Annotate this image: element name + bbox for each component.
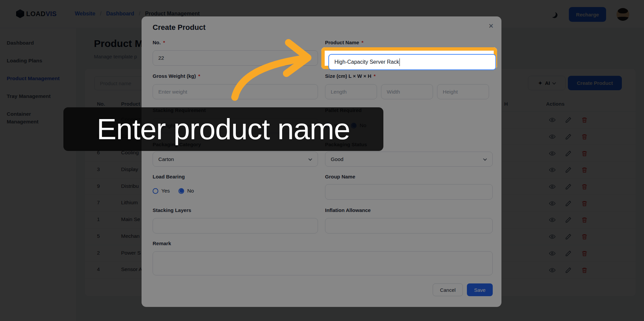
- group-name-label: Group Name: [325, 174, 355, 179]
- close-icon[interactable]: ✕: [486, 21, 496, 31]
- load-bearing-label: Load Bearing: [153, 174, 185, 179]
- chevron-down-icon: [483, 157, 487, 160]
- packaging-status-select[interactable]: Good: [325, 152, 493, 167]
- size-label: Size (cm) L × W × H*: [325, 73, 376, 79]
- load-bearing-no-radio[interactable]: No: [178, 188, 194, 194]
- required-asterisk: *: [163, 40, 165, 45]
- required-asterisk: *: [374, 73, 376, 79]
- remark-textarea[interactable]: [153, 251, 493, 275]
- gross-weight-label: Gross Weight (kg)*: [153, 73, 200, 79]
- chevron-down-icon: [308, 157, 312, 160]
- cancel-button[interactable]: Cancel: [433, 283, 463, 296]
- annotation-banner: Enter product name: [63, 107, 383, 151]
- inflation-allowance-field[interactable]: [325, 218, 493, 233]
- save-button[interactable]: Save: [467, 283, 493, 296]
- remark-label: Remark: [153, 240, 171, 246]
- height-field[interactable]: Height: [437, 84, 489, 99]
- annotation-text: Enter product name: [97, 112, 350, 146]
- group-name-field[interactable]: [325, 184, 493, 200]
- no-label: No.*: [153, 40, 165, 45]
- radio-icon: [178, 188, 184, 194]
- stacking-layers-field[interactable]: [153, 218, 318, 233]
- required-asterisk: *: [362, 40, 364, 45]
- length-field[interactable]: Length: [325, 84, 377, 99]
- radio-icon: [153, 188, 158, 194]
- highlight-box: High-Capacity Server Rack: [321, 47, 497, 69]
- packaging-category-select[interactable]: Carton: [153, 152, 318, 167]
- inflation-allowance-label: Inflation Allowance: [325, 207, 371, 213]
- text-cursor: [399, 58, 400, 66]
- gross-weight-field[interactable]: Enter weight: [153, 84, 318, 99]
- width-field[interactable]: Width: [381, 84, 433, 99]
- load-bearing-yes-radio[interactable]: Yes: [153, 188, 170, 194]
- product-name-label: Product Name*: [325, 40, 364, 45]
- no-field[interactable]: 22: [153, 50, 318, 66]
- stacking-layers-label: Stacking Layers: [153, 207, 191, 213]
- product-name-value: High-Capacity Server Rack: [334, 59, 399, 65]
- product-name-field[interactable]: High-Capacity Server Rack: [328, 54, 496, 70]
- app-root: LOADVIS Website/Dashboard/Product Manage…: [0, 0, 644, 321]
- required-asterisk: *: [198, 73, 200, 79]
- load-bearing-radio-group: Yes No: [153, 188, 194, 194]
- modal-title: Create Product: [153, 23, 206, 32]
